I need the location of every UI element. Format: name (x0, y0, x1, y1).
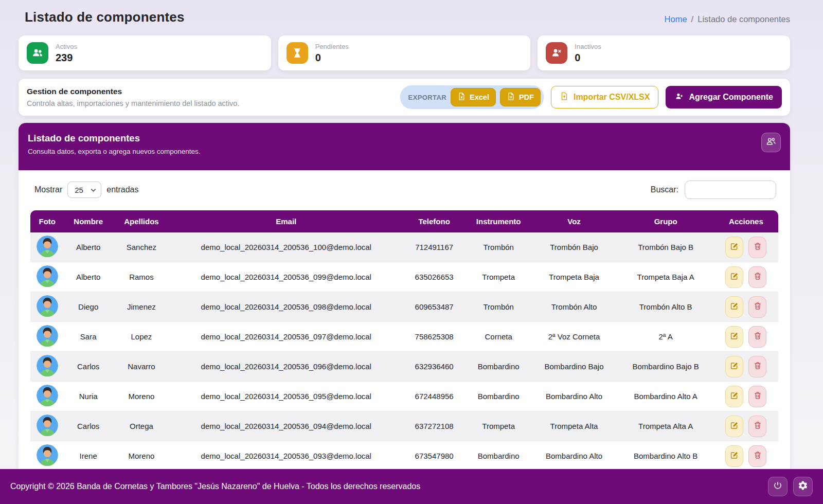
search-input[interactable] (685, 181, 776, 199)
components-table: Foto Nombre Apellidos Email Telefono Ins… (30, 210, 778, 471)
edit-button[interactable] (725, 445, 743, 467)
export-excel-button[interactable]: Excel (451, 88, 496, 106)
avatar (37, 385, 58, 406)
cell-apellidos: Navarro (113, 352, 170, 382)
cell-nombre: Sara (64, 322, 113, 352)
stat-card-activos: Activos 239 (19, 35, 271, 70)
column-header-voz[interactable]: Voz (531, 210, 618, 232)
trash-icon (753, 272, 762, 282)
edit-button[interactable] (725, 386, 743, 407)
delete-button[interactable] (748, 326, 766, 348)
delete-button[interactable] (748, 237, 766, 258)
panel-subtitle: Consulta datos, exporta o agrega nuevos … (28, 148, 200, 155)
stat-label: Inactivos (575, 43, 601, 50)
cell-telefono: 758625308 (402, 322, 467, 352)
stats-row: Activos 239 Pendientes 0 Inactivos 0 (19, 35, 790, 70)
column-header-grupo[interactable]: Grupo (617, 210, 714, 232)
table-row: Sara Lopez demo_local_20260314_200536_09… (30, 322, 778, 352)
add-component-button[interactable]: Agregar Componente (666, 86, 782, 109)
trash-icon (753, 331, 762, 342)
stat-card-pendientes: Pendientes 0 (278, 35, 531, 70)
table-row: Carlos Ortega demo_local_20260314_200536… (30, 411, 778, 441)
management-title: Gestion de componentes (27, 87, 239, 96)
edit-icon (729, 301, 739, 313)
table-row: Carlos Navarro demo_local_20260314_20053… (30, 352, 778, 382)
cell-email: demo_local_20260314_200536_093@demo.loca… (170, 441, 402, 471)
edit-button[interactable] (725, 326, 743, 348)
cell-telefono: 672448956 (402, 382, 467, 411)
column-header-apellidos[interactable]: Apellidos (113, 210, 170, 232)
column-header-telefono[interactable]: Telefono (402, 210, 467, 232)
edit-icon (729, 361, 739, 372)
cell-voz: Trompeta Baja (531, 262, 618, 292)
page-size-select[interactable]: 25 (67, 182, 101, 198)
delete-button[interactable] (748, 266, 766, 288)
cell-voz: 2ª Voz Corneta (531, 322, 618, 352)
column-header-foto[interactable]: Foto (30, 210, 64, 232)
person-plus-icon (674, 92, 684, 103)
edit-icon (729, 272, 739, 283)
show-label: Mostrar (34, 185, 62, 194)
cell-apellidos: Jimenez (113, 292, 170, 322)
export-label: EXPORTAR (408, 94, 446, 101)
components-list-card: Listado de componentes Consulta datos, e… (19, 123, 790, 483)
edit-icon (729, 331, 739, 343)
table-body: Alberto Sanchez demo_local_20260314_2005… (30, 232, 778, 471)
delete-button[interactable] (748, 296, 766, 318)
cell-instrumento: Trompeta (467, 262, 531, 292)
edit-icon (729, 451, 739, 462)
stat-value: 239 (56, 52, 77, 64)
edit-button[interactable] (725, 416, 743, 437)
cell-email: demo_local_20260314_200536_100@demo.loca… (170, 232, 402, 262)
delete-button[interactable] (748, 416, 766, 437)
delete-button[interactable] (748, 356, 766, 377)
power-icon (773, 480, 783, 493)
cell-voz: Bombardino Alto (531, 382, 618, 411)
hourglass-icon (287, 42, 308, 64)
cell-grupo: Bombardino Alto A (617, 382, 714, 411)
management-card: Gestion de componentes Controla altas, i… (19, 79, 790, 116)
breadcrumb-home-link[interactable]: Home (665, 14, 687, 24)
trash-icon (753, 451, 762, 461)
cell-telefono: 609653487 (402, 292, 467, 322)
edit-button[interactable] (725, 266, 743, 288)
cell-instrumento: Trombón (467, 292, 531, 322)
delete-button[interactable] (748, 445, 766, 467)
power-button[interactable] (768, 477, 788, 496)
column-header-acciones[interactable]: Acciones (714, 210, 778, 232)
cell-telefono: 673547980 (402, 441, 467, 471)
cell-voz: Bombardino Alto (531, 441, 618, 471)
management-actions: EXPORTAR Excel PDF Importar CSV/XLSX Agr… (400, 85, 782, 109)
cell-apellidos: Lopez (113, 322, 170, 352)
avatar (37, 325, 58, 347)
edit-button[interactable] (725, 237, 743, 258)
edit-button[interactable] (725, 296, 743, 318)
stat-label: Pendientes (315, 43, 349, 50)
cell-grupo: Trombón Bajo B (617, 232, 714, 262)
import-csv-button[interactable]: Importar CSV/XLSX (551, 86, 658, 109)
footer-copyright: Copyright © 2026 Banda de Cornetas y Tam… (10, 482, 420, 491)
page-header: Listado de componentes Home / Listado de… (19, 0, 790, 35)
breadcrumb: Home / Listado de componentes (665, 14, 790, 25)
column-header-nombre[interactable]: Nombre (64, 210, 113, 232)
components-list-body: Mostrar 25 entradas Buscar: (19, 170, 790, 483)
cell-apellidos: Moreno (113, 441, 170, 471)
trash-icon (753, 242, 762, 253)
settings-button[interactable] (793, 477, 813, 496)
cell-telefono: 712491167 (402, 232, 467, 262)
gear-icon (798, 480, 808, 493)
column-header-instrumento[interactable]: Instrumento (467, 210, 531, 232)
cell-nombre: Alberto (64, 232, 113, 262)
export-group: EXPORTAR Excel PDF (400, 85, 544, 109)
user-x-icon (546, 42, 567, 64)
export-pdf-button[interactable]: PDF (500, 88, 541, 106)
delete-button[interactable] (748, 386, 766, 407)
edit-button[interactable] (725, 356, 743, 377)
cell-email: demo_local_20260314_200536_098@demo.loca… (170, 292, 402, 322)
cell-apellidos: Ortega (113, 411, 170, 441)
file-import-icon (560, 92, 569, 103)
users-panel-button[interactable] (761, 133, 781, 152)
avatar (37, 236, 58, 257)
avatar (37, 444, 58, 466)
column-header-email[interactable]: Email (170, 210, 402, 232)
